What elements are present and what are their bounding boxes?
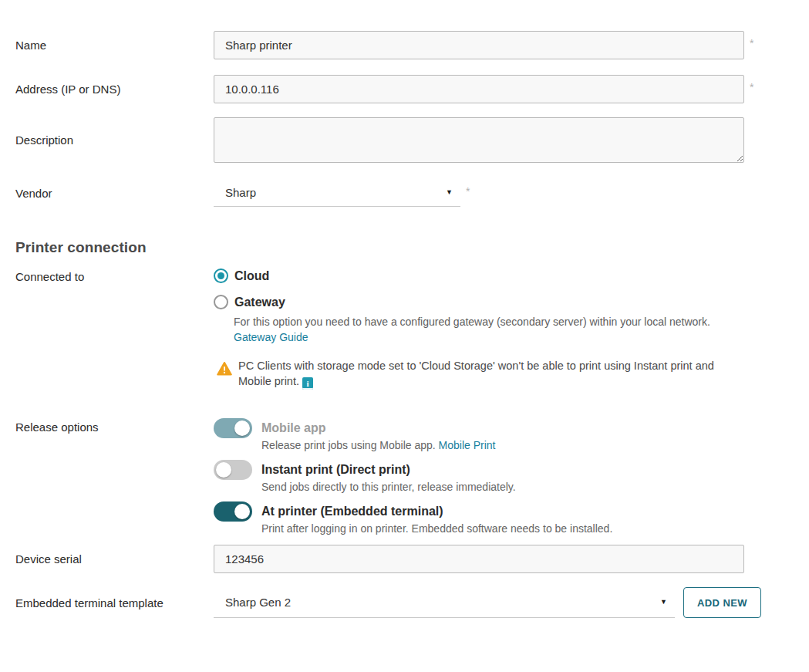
embedded-template-row: Embedded terminal template Sharp Gen 2 ▼… — [15, 587, 809, 618]
radio-selected-dot — [217, 272, 224, 279]
description-row: Description — [15, 117, 809, 163]
toggle-knob — [216, 462, 231, 478]
radio-gateway-label: Gateway — [234, 295, 285, 309]
at-printer-title: At printer (Embedded terminal) — [261, 501, 612, 522]
gateway-help: For this option you need to have a confi… — [234, 315, 757, 345]
instant-print-toggle[interactable] — [214, 460, 252, 480]
mobile-app-description: Release print jobs using Mobile app. Mob… — [261, 437, 496, 453]
name-row: Name * — [15, 31, 809, 59]
address-label: Address (IP or DNS) — [15, 83, 214, 96]
connected-to-row: Connected to Cloud Gateway For this opti… — [15, 268, 809, 390]
required-asterisk: * — [750, 37, 753, 49]
info-icon[interactable]: i — [302, 377, 313, 390]
warning-triangle-icon — [217, 361, 232, 376]
embedded-template-select[interactable]: Sharp Gen 2 ▼ — [214, 587, 675, 618]
radio-cloud-label: Cloud — [234, 269, 269, 283]
device-serial-label: Device serial — [15, 552, 214, 566]
gateway-help-text: For this option you need to have a confi… — [234, 316, 710, 328]
mobile-app-title: Mobile app — [261, 418, 496, 438]
section-heading-printer-connection: Printer connection — [15, 239, 809, 256]
address-row: Address (IP or DNS) * — [15, 75, 809, 103]
toggle-item-mobile-app: Mobile app Release print jobs using Mobi… — [214, 418, 612, 453]
mobile-app-toggle[interactable] — [214, 418, 252, 438]
at-printer-toggle[interactable] — [214, 501, 252, 522]
device-serial-input[interactable] — [214, 545, 744, 573]
radio-option-cloud[interactable]: Cloud — [214, 268, 757, 283]
at-printer-description: Print after logging in on printer. Embed… — [261, 521, 612, 536]
toggle-knob — [234, 420, 250, 436]
required-asterisk: * — [750, 81, 753, 93]
toggle-item-at-printer: At printer (Embedded terminal) Print aft… — [214, 501, 612, 536]
add-new-button[interactable]: ADD NEW — [683, 587, 761, 618]
instant-print-title: Instant print (Direct print) — [261, 460, 516, 480]
cloud-storage-warning: PC Clients with storage mode set to 'Clo… — [217, 359, 757, 390]
connected-to-label: Connected to — [15, 268, 214, 390]
caret-down-icon: ▼ — [660, 599, 667, 606]
description-label: Description — [15, 133, 214, 147]
radio-gateway-circle — [214, 295, 228, 309]
mobile-print-link[interactable]: Mobile Print — [439, 439, 496, 451]
name-label: Name — [15, 39, 214, 52]
gateway-guide-link[interactable]: Gateway Guide — [234, 330, 308, 345]
printer-settings-form: Name * Address (IP or DNS) * Description… — [0, 0, 809, 672]
vendor-row: Vendor Sharp ▼ * — [15, 179, 809, 207]
vendor-select-value: Sharp — [225, 186, 256, 199]
vendor-label: Vendor — [15, 187, 214, 200]
mobile-app-description-text: Release print jobs using Mobile app. — [261, 439, 436, 451]
embedded-template-label: Embedded terminal template — [15, 587, 214, 618]
radio-option-gateway[interactable]: Gateway — [214, 295, 757, 309]
name-input[interactable] — [214, 31, 744, 59]
required-asterisk: * — [466, 185, 470, 198]
description-textarea[interactable] — [214, 117, 744, 163]
embedded-template-select-value: Sharp Gen 2 — [225, 596, 291, 609]
release-options-row: Release options Mobile app Release print… — [15, 418, 809, 543]
address-input[interactable] — [214, 75, 744, 103]
instant-print-description: Send jobs directly to this printer, rele… — [261, 479, 516, 495]
caret-down-icon: ▼ — [446, 189, 453, 196]
toggle-item-instant-print: Instant print (Direct print) Send jobs d… — [214, 460, 612, 495]
radio-cloud-circle — [214, 268, 228, 283]
vendor-select[interactable]: Sharp ▼ — [214, 179, 460, 207]
toggle-knob — [234, 504, 250, 519]
device-serial-row: Device serial — [15, 545, 809, 573]
release-options-label: Release options — [15, 418, 214, 543]
